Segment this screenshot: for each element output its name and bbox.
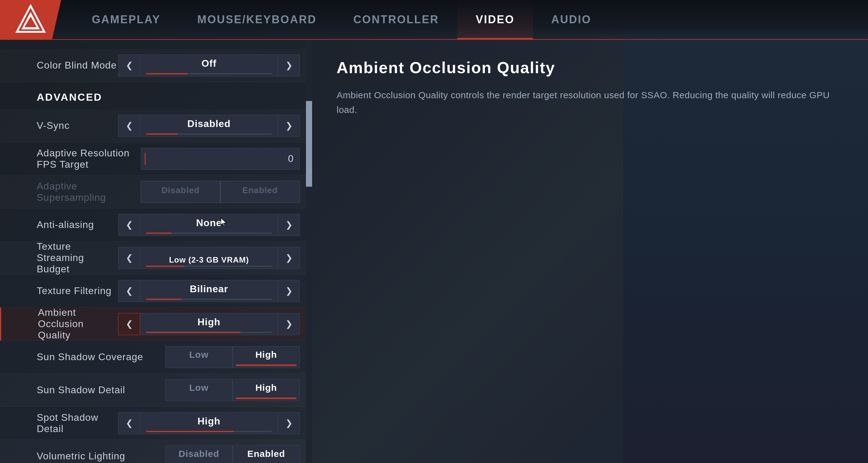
volumetric-lighting-label: Volumetric Lighting <box>37 451 165 462</box>
texture-filtering-next-button[interactable]: ❯ <box>278 280 300 302</box>
texture-streaming-label: Texture Streaming Budget <box>37 241 118 275</box>
texture-streaming-next-button[interactable]: ❯ <box>278 247 300 269</box>
adaptive-resolution-control: 0 <box>141 148 300 170</box>
texture-streaming-prev-button[interactable]: ❮ <box>118 247 140 269</box>
spot-shadow-detail-label: Spot Shadow Detail <box>37 412 118 435</box>
anti-aliasing-label: Anti-aliasing <box>37 219 118 230</box>
vsync-control: ❮ Disabled ❯ <box>118 115 300 137</box>
spot-shadow-detail-next-button[interactable]: ❯ <box>278 412 300 434</box>
info-title: Ambient Occlusion Quality <box>337 58 843 77</box>
vsync-row: V-Sync ❮ Disabled ❯ <box>0 109 312 142</box>
volumetric-lighting-enabled-button[interactable]: Enabled <box>232 445 300 463</box>
anti-aliasing-control: ❮ None ❯ <box>118 214 300 236</box>
sun-shadow-detail-low-button[interactable]: Low <box>165 379 232 401</box>
ambient-occlusion-row: Ambient Occlusion Quality ❮ High ❯ <box>0 308 312 341</box>
scrollbar-track <box>306 40 312 463</box>
color-blind-row: Color Blind Mode ❮ Off ❯ <box>0 49 312 82</box>
sun-shadow-coverage-label: Sun Shadow Coverage <box>37 351 165 363</box>
color-blind-label: Color Blind Mode <box>37 60 118 71</box>
vsync-value: Disabled <box>140 115 278 137</box>
sun-shadow-detail-row: Sun Shadow Detail Low High <box>0 374 312 407</box>
anti-aliasing-row: Anti-aliasing ❮ None ❯ <box>0 208 312 242</box>
texture-filtering-control: ❮ Bilinear ❯ <box>118 280 300 302</box>
texture-filtering-prev-button[interactable]: ❮ <box>118 280 140 302</box>
vsync-prev-button[interactable]: ❮ <box>118 115 140 137</box>
info-panel: Ambient Occlusion Quality Ambient Occlus… <box>312 40 868 463</box>
adaptive-resolution-input[interactable]: 0 <box>141 148 300 170</box>
adaptive-supersampling-disabled-button[interactable]: Disabled <box>141 181 220 203</box>
sun-shadow-coverage-row: Sun Shadow Coverage Low High <box>0 341 312 374</box>
top-navigation: GAMEPLAY MOUSE/KEYBOARD CONTROLLER VIDEO… <box>0 0 868 40</box>
texture-streaming-control: ❮ Low (2-3 GB VRAM) ❯ <box>118 247 300 269</box>
texture-filtering-value: Bilinear <box>140 280 278 302</box>
tab-video[interactable]: VIDEO <box>457 0 533 39</box>
spot-shadow-detail-prev-button[interactable]: ❮ <box>118 412 140 434</box>
color-blind-value: Off <box>140 55 278 76</box>
sun-shadow-detail-control: Low High <box>165 379 300 401</box>
sun-shadow-detail-high-button[interactable]: High <box>232 379 300 401</box>
cursor-line <box>145 153 146 165</box>
ambient-occlusion-next-button[interactable]: ❯ <box>278 313 300 335</box>
ambient-occlusion-prev-button[interactable]: ❮ <box>118 313 140 335</box>
adaptive-supersampling-control: Disabled Enabled <box>141 181 300 203</box>
volumetric-lighting-disabled-button[interactable]: Disabled <box>165 445 232 463</box>
spot-shadow-detail-control: ❮ High ❯ <box>118 412 300 434</box>
anti-aliasing-prev-button[interactable]: ❮ <box>118 214 140 236</box>
anti-aliasing-next-button[interactable]: ❯ <box>278 214 300 236</box>
vsync-label: V-Sync <box>37 120 118 131</box>
scrollbar-thumb[interactable] <box>306 101 312 187</box>
ambient-occlusion-control: ❮ High ❯ <box>118 313 300 335</box>
adaptive-resolution-value: 0 <box>288 153 293 164</box>
anti-aliasing-value: None <box>140 214 278 236</box>
spot-shadow-detail-row: Spot Shadow Detail ❮ High ❯ <box>0 407 312 440</box>
advanced-section-header: ADVANCED <box>0 82 312 109</box>
sun-shadow-coverage-high-button[interactable]: High <box>232 346 300 368</box>
sun-shadow-coverage-low-button[interactable]: Low <box>165 346 232 368</box>
adaptive-supersampling-row: Adaptive Supersampling Disabled Enabled <box>0 175 312 208</box>
vsync-next-button[interactable]: ❯ <box>278 115 300 137</box>
texture-filtering-row: Texture Filtering ❮ Bilinear ❯ <box>0 275 312 308</box>
adaptive-resolution-label: Adaptive Resolution FPS Target <box>37 148 141 170</box>
tab-controller[interactable]: CONTROLLER <box>335 0 457 39</box>
tab-mouse-keyboard[interactable]: MOUSE/KEYBOARD <box>179 0 335 39</box>
settings-panel: Color Blind Mode ❮ Off ❯ ADVANCED V-Sync… <box>0 40 312 463</box>
spot-shadow-detail-value: High <box>140 412 278 434</box>
info-description: Ambient Occlusion Quality controls the r… <box>337 88 843 117</box>
tab-audio[interactable]: AUDIO <box>533 0 610 39</box>
texture-streaming-row: Texture Streaming Budget ❮ Low (2-3 GB V… <box>0 242 312 275</box>
color-blind-control: ❮ Off ❯ <box>118 55 300 76</box>
ambient-occlusion-value: High <box>140 313 278 335</box>
tab-gameplay[interactable]: GAMEPLAY <box>73 0 179 39</box>
texture-filtering-label: Texture Filtering <box>37 285 118 297</box>
volumetric-lighting-control: Disabled Enabled <box>165 445 300 463</box>
ambient-occlusion-label: Ambient Occlusion Quality <box>38 307 118 341</box>
main-content: Color Blind Mode ❮ Off ❯ ADVANCED V-Sync… <box>0 40 868 463</box>
adaptive-resolution-row: Adaptive Resolution FPS Target 0 <box>0 142 312 175</box>
volumetric-lighting-row: Volumetric Lighting Disabled Enabled <box>0 440 312 463</box>
adaptive-supersampling-label: Adaptive Supersampling <box>37 181 141 203</box>
sun-shadow-coverage-control: Low High <box>165 346 300 368</box>
color-blind-prev-button[interactable]: ❮ <box>118 55 140 76</box>
sun-shadow-detail-label: Sun Shadow Detail <box>37 384 165 396</box>
color-blind-next-button[interactable]: ❯ <box>278 55 300 76</box>
apex-logo <box>15 4 46 35</box>
adaptive-supersampling-enabled-button[interactable]: Enabled <box>220 181 300 203</box>
logo-area <box>0 0 61 39</box>
nav-tabs: GAMEPLAY MOUSE/KEYBOARD CONTROLLER VIDEO… <box>61 0 622 39</box>
texture-streaming-value: Low (2-3 GB VRAM) <box>140 247 278 269</box>
